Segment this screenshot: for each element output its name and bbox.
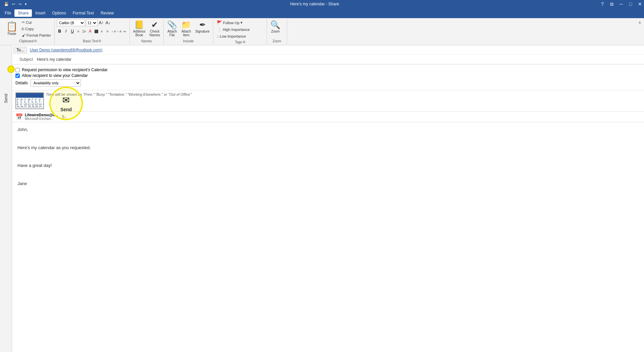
calendar-note: Time will be shown as "Free," "Busy," "T… [46, 92, 192, 96]
zoom-button[interactable]: 🔍 Zoom [269, 19, 282, 34]
clipboard-group-label: Clipboard [19, 39, 34, 43]
tab-share[interactable]: Share [14, 9, 32, 17]
details-select[interactable]: Availability only [31, 79, 81, 87]
body-main: Here's my calendar as you requested. [17, 144, 639, 151]
include-group-label: Include [183, 39, 194, 43]
paste-button[interactable]: 📋 Paste [3, 19, 20, 38]
details-row: Details Availability only [15, 79, 641, 87]
undo-quick-btn[interactable]: ↩ [11, 1, 16, 7]
request-permission-checkbox[interactable] [15, 68, 20, 72]
tab-options[interactable]: Options [49, 9, 69, 17]
body-closing: Have a great day! [17, 162, 639, 169]
allow-recipient-label[interactable]: Allow recipient to view your Calendar [22, 73, 88, 78]
body-spacer2 [17, 153, 639, 160]
cut-icon: ✂ [22, 20, 25, 25]
attach-file-label: AttachFile [167, 30, 177, 37]
minimize-btn[interactable]: ─ [617, 0, 625, 8]
basic-text-group-label: Basic Text [83, 39, 98, 43]
rtl-btn[interactable]: ⇐ [122, 29, 127, 34]
request-permission-label[interactable]: Request permission to view recipient's C… [22, 68, 108, 72]
check-names-button[interactable]: ✔ CheckNames [148, 19, 161, 38]
indent-decrease-btn[interactable]: ←≡ [116, 29, 122, 34]
tab-insert[interactable]: Insert [32, 9, 49, 17]
ribbon-group-tags: 🚩 Follow Up ▾ ❕ High Importance ↓ Low Im… [213, 19, 267, 44]
help-btn[interactable]: ? [598, 0, 606, 8]
indent-increase-btn[interactable]: →≡ [111, 29, 116, 34]
attach-file-button[interactable]: 📎 AttachFile [166, 19, 178, 38]
address-book-button[interactable]: 📒 AddressBook [132, 19, 147, 38]
bold-btn[interactable]: B [57, 28, 63, 34]
attendee-org: Microsoft Exchan... [25, 117, 58, 121]
attendee-icon: 📅 [15, 113, 23, 121]
attach-item-button[interactable]: 📁 AttachItem [180, 19, 193, 38]
body-signature: Jane [17, 180, 639, 187]
resize-btn[interactable]: ⧉ [608, 0, 616, 8]
basic-text-expand-icon[interactable]: ⧉ [99, 39, 101, 43]
ribbon-group-include: 📎 AttachFile 📁 AttachItem ✒ Signature In… [164, 19, 213, 44]
mini-calendar: SMTWTFS 1234567 891011121314 15161718192… [15, 92, 44, 109]
tab-file[interactable]: File [1, 9, 14, 17]
calendar-preview: SMTWTFS 1234567 891011121314 15161718192… [12, 90, 644, 112]
low-importance-icon: ↓ [217, 34, 219, 39]
font-family-select[interactable]: Calibri (B [57, 19, 85, 26]
qa-dropdown-btn[interactable]: ▾ [23, 1, 28, 7]
allow-recipient-row: Allow recipient to view your Calendar [15, 73, 641, 78]
address-book-label: AddressBook [133, 30, 146, 37]
yellow-dot-indicator [7, 65, 15, 73]
format-painter-button[interactable]: 🖌 Format Painter [20, 33, 52, 38]
copy-icon: ⎘ [22, 27, 24, 31]
follow-up-label: Follow Up [223, 21, 239, 25]
clipboard-expand-icon[interactable]: ⧉ [34, 39, 37, 43]
signature-button[interactable]: ✒ Signature [194, 19, 211, 34]
numbered-list-btn[interactable]: 1≡ [82, 29, 87, 34]
collapse-ribbon-btn[interactable]: ∧ [638, 20, 641, 25]
copy-label: Copy [25, 27, 34, 31]
save-quick-btn[interactable]: 💾 [3, 1, 10, 7]
tab-review[interactable]: Review [97, 9, 117, 17]
send-button-sidebar[interactable]: Send [2, 92, 10, 104]
send-sidebar: Send [0, 45, 12, 352]
email-body[interactable]: John, Here's my calendar as you requeste… [12, 122, 644, 352]
calendar-options: Request permission to view recipient's C… [12, 64, 644, 90]
zoom-icon: 🔍 [270, 20, 280, 30]
paste-icon: 📋 [6, 21, 18, 32]
tab-format-text[interactable]: Format Text [69, 9, 97, 17]
attach-file-icon: 📎 [167, 20, 177, 30]
low-importance-button[interactable]: ↓ Low Importance [215, 33, 265, 39]
subject-value[interactable]: Here's my calendar [36, 56, 644, 63]
follow-up-button[interactable]: 🚩 Follow Up ▾ [215, 19, 265, 26]
zoom-label: Zoom [271, 30, 280, 33]
align-center-btn[interactable]: ≡ [99, 29, 105, 34]
check-names-label: CheckNames [149, 30, 160, 37]
to-button[interactable]: To... [13, 47, 27, 53]
bullet-list-btn[interactable]: ≡ [76, 29, 81, 34]
decrease-font-btn[interactable]: A↓ [105, 20, 111, 26]
cut-button[interactable]: ✂ Cut [20, 19, 52, 25]
high-importance-button[interactable]: ❕ High Importance [215, 27, 265, 33]
attendee-name: LifewireDemo@c... [25, 113, 58, 117]
italic-btn[interactable]: I [63, 28, 69, 34]
redo-quick-btn[interactable]: ↪ [17, 1, 23, 7]
copy-button[interactable]: ⎘ Copy [20, 26, 52, 32]
zoom-group-label: Zoom [273, 39, 281, 43]
allow-recipient-checkbox[interactable] [15, 74, 20, 78]
body-greeting: John, [17, 126, 639, 133]
align-left-btn[interactable]: ⬛ [94, 29, 99, 34]
details-label: Details [15, 81, 28, 85]
increase-font-btn[interactable]: A↑ [98, 20, 104, 26]
names-group-label: Names [141, 39, 152, 43]
ribbon-group-zoom: 🔍 Zoom Zoom [267, 19, 287, 44]
subject-row: Subject Here's my calendar [12, 55, 644, 64]
tags-expand-icon[interactable]: ⧉ [243, 40, 245, 44]
check-names-icon: ✔ [151, 20, 158, 30]
ribbon-group-names: 📒 AddressBook ✔ CheckNames Names [130, 19, 164, 44]
close-btn[interactable]: ✕ [636, 0, 644, 8]
highlight-btn[interactable]: A [87, 28, 93, 34]
high-importance-label: High Importance [223, 28, 250, 32]
font-size-select[interactable]: 11 [86, 19, 98, 26]
cut-label: Cut [26, 20, 32, 25]
maximize-btn[interactable]: □ [627, 0, 635, 8]
align-right-btn[interactable]: ≡ [105, 29, 110, 34]
underline-btn[interactable]: U [69, 28, 75, 34]
paste-label: Paste [8, 32, 16, 36]
